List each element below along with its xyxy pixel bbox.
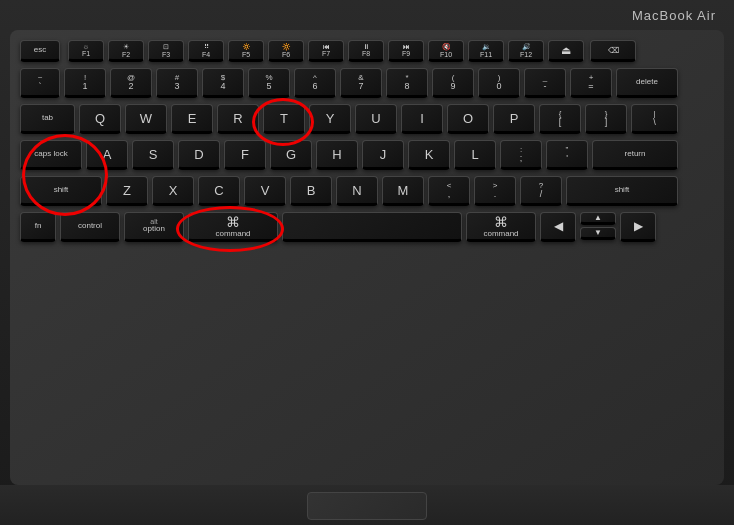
key-f3[interactable]: ⊡F3 xyxy=(148,40,184,62)
key-arrow-left[interactable]: ◀ xyxy=(540,212,576,242)
key-z[interactable]: Z xyxy=(106,176,148,206)
key-m[interactable]: M xyxy=(382,176,424,206)
key-i[interactable]: I xyxy=(401,104,443,134)
key-f1[interactable]: ☼F1 xyxy=(68,40,104,62)
key-tilde[interactable]: ~ ` xyxy=(20,68,60,98)
key-t[interactable]: T xyxy=(263,104,305,134)
key-control[interactable]: control xyxy=(60,212,120,242)
key-period[interactable]: > . xyxy=(474,176,516,206)
key-1[interactable]: ! 1 xyxy=(64,68,106,98)
key-tab[interactable]: tab xyxy=(20,104,75,134)
key-space[interactable] xyxy=(282,212,462,242)
key-9[interactable]: ( 9 xyxy=(432,68,474,98)
key-a[interactable]: A xyxy=(86,140,128,170)
key-arrow-down[interactable]: ▼ xyxy=(580,227,616,240)
key-f2[interactable]: ☀F2 xyxy=(108,40,144,62)
key-o[interactable]: O xyxy=(447,104,489,134)
key-h[interactable]: H xyxy=(316,140,358,170)
key-x[interactable]: X xyxy=(152,176,194,206)
key-delete[interactable]: delete xyxy=(616,68,678,98)
key-f9[interactable]: ⏭F9 xyxy=(388,40,424,62)
key-u[interactable]: U xyxy=(355,104,397,134)
key-2[interactable]: @ 2 xyxy=(110,68,152,98)
key-esc[interactable]: esc xyxy=(20,40,60,62)
key-f5[interactable]: 🔅F5 xyxy=(228,40,264,62)
key-semicolon[interactable]: : ; xyxy=(500,140,542,170)
key-y[interactable]: Y xyxy=(309,104,351,134)
key-arrow-up[interactable]: ▲ xyxy=(580,212,616,225)
key-shift-left[interactable]: shift xyxy=(20,176,102,206)
key-7[interactable]: & 7 xyxy=(340,68,382,98)
key-f10[interactable]: 🔇F10 xyxy=(428,40,464,62)
key-return[interactable]: return xyxy=(592,140,678,170)
bottom-bar xyxy=(0,485,734,525)
key-q[interactable]: Q xyxy=(79,104,121,134)
key-b[interactable]: B xyxy=(290,176,332,206)
key-3[interactable]: # 3 xyxy=(156,68,198,98)
key-f8[interactable]: ⏸F8 xyxy=(348,40,384,62)
trackpad[interactable] xyxy=(307,492,427,520)
key-6[interactable]: ^ 6 xyxy=(294,68,336,98)
key-f11[interactable]: 🔉F11 xyxy=(468,40,504,62)
key-8[interactable]: * 8 xyxy=(386,68,428,98)
key-r[interactable]: R xyxy=(217,104,259,134)
key-command-left[interactable]: ⌘ command xyxy=(188,212,278,242)
key-backslash[interactable]: | \ xyxy=(631,104,678,134)
key-shift-right[interactable]: shift xyxy=(566,176,678,206)
key-5[interactable]: % 5 xyxy=(248,68,290,98)
key-f6[interactable]: 🔆F6 xyxy=(268,40,304,62)
key-quote[interactable]: " ' xyxy=(546,140,588,170)
key-slash[interactable]: ? / xyxy=(520,176,562,206)
key-minus[interactable]: _ - xyxy=(524,68,566,98)
arrow-up-down-container: ▲ ▼ xyxy=(580,212,616,240)
key-comma[interactable]: < , xyxy=(428,176,470,206)
key-l[interactable]: L xyxy=(454,140,496,170)
key-j[interactable]: J xyxy=(362,140,404,170)
key-n[interactable]: N xyxy=(336,176,378,206)
key-f7[interactable]: ⏮F7 xyxy=(308,40,344,62)
macbook-brand-label: MacBook Air xyxy=(632,8,716,23)
key-0[interactable]: ) 0 xyxy=(478,68,520,98)
key-arrow-right[interactable]: ▶ xyxy=(620,212,656,242)
keyboard-body: esc ☼F1 ☀F2 ⊡F3 ⠿F4 🔅F5 xyxy=(10,30,724,485)
key-equals[interactable]: + = xyxy=(570,68,612,98)
key-p[interactable]: P xyxy=(493,104,535,134)
key-command-right[interactable]: ⌘ command xyxy=(466,212,536,242)
key-v[interactable]: V xyxy=(244,176,286,206)
key-caps-lock[interactable]: caps lock xyxy=(20,140,82,170)
key-bracket-open[interactable]: { [ xyxy=(539,104,581,134)
fn-key-row: esc ☼F1 ☀F2 ⊡F3 ⠿F4 🔅F5 xyxy=(20,40,714,66)
key-f4[interactable]: ⠿F4 xyxy=(188,40,224,62)
laptop-container: MacBook Air esc ☼F1 ☀F2 ⊡F3 xyxy=(0,0,734,525)
key-s[interactable]: S xyxy=(132,140,174,170)
key-d[interactable]: D xyxy=(178,140,220,170)
key-fn[interactable]: fn xyxy=(20,212,56,242)
key-k[interactable]: K xyxy=(408,140,450,170)
key-bracket-close[interactable]: } ] xyxy=(585,104,627,134)
key-delete-right[interactable]: ⌫ xyxy=(590,40,636,62)
key-power[interactable]: ⏏ xyxy=(548,40,584,62)
key-4[interactable]: $ 4 xyxy=(202,68,244,98)
key-g[interactable]: G xyxy=(270,140,312,170)
key-f12[interactable]: 🔊F12 xyxy=(508,40,544,62)
key-e[interactable]: E xyxy=(171,104,213,134)
key-c[interactable]: C xyxy=(198,176,240,206)
key-w[interactable]: W xyxy=(125,104,167,134)
key-option[interactable]: alt option xyxy=(124,212,184,242)
key-f[interactable]: F xyxy=(224,140,266,170)
keyboard-inner: esc ☼F1 ☀F2 ⊡F3 ⠿F4 🔅F5 xyxy=(20,40,714,475)
